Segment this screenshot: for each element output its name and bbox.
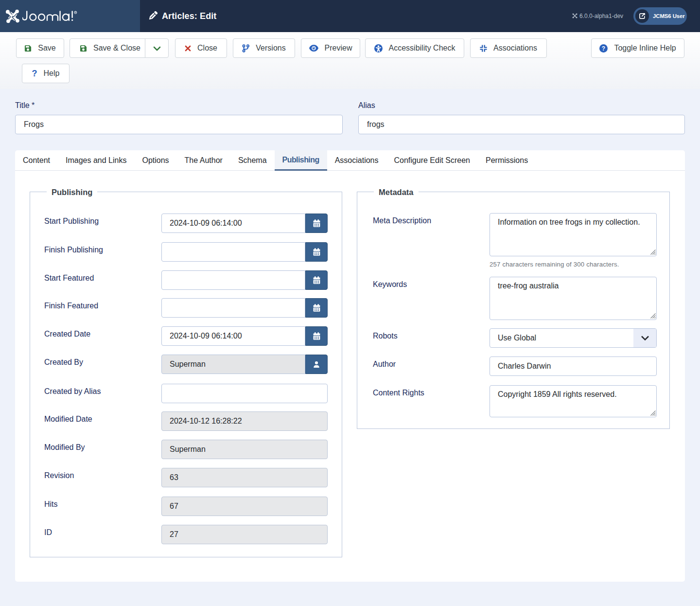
svg-text:?: ? [602, 45, 605, 52]
